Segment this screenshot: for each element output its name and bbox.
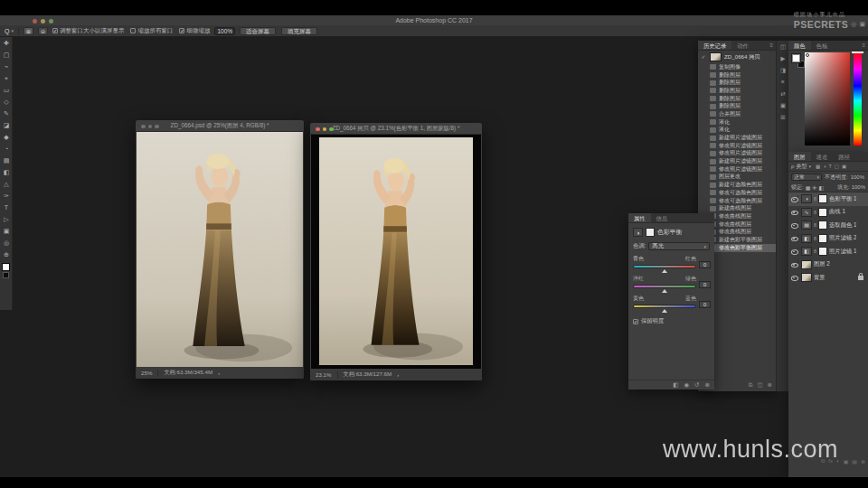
status-chevron-icon[interactable]: › [397, 371, 399, 378]
slider-thumb[interactable] [662, 309, 667, 313]
dock-panel-icon[interactable]: ⊞ [777, 111, 789, 123]
zoom-out-button[interactable]: ⊖ [38, 27, 48, 35]
slider-thumb[interactable] [662, 289, 667, 293]
tool-icon[interactable]: ⌖ [0, 72, 13, 84]
panel-tab[interactable]: 路径 [833, 152, 855, 161]
history-state-row[interactable]: 液化 [698, 118, 776, 127]
history-state-row[interactable]: 修改可选颜色图层 [698, 189, 776, 197]
options-bar-button[interactable]: 适合屏幕 [240, 27, 276, 35]
tool-icon[interactable]: ◔ [0, 143, 13, 155]
tool-icon[interactable]: ◪ [0, 119, 13, 131]
history-state-row[interactable]: 删除图层 [698, 102, 776, 110]
layer-row[interactable]: 背景 [788, 271, 868, 285]
history-brush-source-icon[interactable]: ✓ [700, 54, 707, 60]
document-window-controls[interactable] [141, 125, 159, 129]
history-state-row[interactable]: 液化 [698, 127, 776, 135]
foreground-color-swatch[interactable] [2, 263, 10, 271]
layer-row[interactable]: ▤8选取颜色 1 [788, 219, 868, 232]
zoom-level[interactable]: 25% [141, 370, 152, 376]
slider-track[interactable] [633, 265, 696, 268]
option-checkbox[interactable]: 缩放所有窗口 [130, 27, 173, 35]
blend-mode-select[interactable]: 正常 ▾ [791, 174, 822, 181]
layer-mask-thumbnail[interactable] [818, 234, 827, 243]
background-color-swatch[interactable] [3, 272, 9, 278]
document-window-controls[interactable] [316, 127, 334, 132]
layer-mask-thumbnail[interactable] [818, 208, 827, 217]
preserve-luminosity-row[interactable]: ✓ 保留明度 [628, 314, 714, 329]
slider-track[interactable] [633, 285, 696, 288]
layer-row[interactable]: ◧8照片滤镜 2 [788, 232, 868, 246]
filter-type-icon[interactable]: ▢ [835, 164, 839, 169]
layer-mask-thumbnail[interactable] [818, 247, 827, 256]
history-state-row[interactable]: 修改可选颜色图层 [698, 197, 776, 205]
panel-tab[interactable]: 图层 [788, 152, 811, 161]
slider-value-input[interactable]: 0 [699, 301, 711, 308]
filter-kind-label[interactable]: 类型 [796, 163, 807, 171]
layer-row[interactable]: ◑8色彩平衡 1 [788, 192, 868, 206]
history-state-row[interactable]: 删除图层 [698, 79, 776, 87]
filter-type-icon[interactable]: T [828, 164, 831, 169]
history-state-row[interactable]: 修改照片滤镜图层 [698, 165, 776, 174]
panel-menu-icon[interactable]: ≡ [862, 41, 868, 50]
tool-icon[interactable]: ✎ [0, 108, 13, 119]
panel-footer-icon[interactable]: ⧉ [749, 381, 753, 389]
slider-track[interactable] [633, 305, 696, 308]
dock-panel-icon[interactable]: ▶ [777, 52, 789, 64]
panel-footer-icon[interactable]: ⊗ [861, 458, 865, 465]
lock-option-icon[interactable]: ✛ [812, 184, 816, 191]
panel-footer-icon[interactable]: ▣ [844, 458, 849, 465]
tool-icon[interactable]: ◎ [0, 237, 13, 249]
panel-footer-icon[interactable]: ◉ [684, 381, 689, 389]
history-state-row[interactable]: 删除图层 [698, 71, 776, 80]
filter-type-icon[interactable]: ▦ [816, 164, 820, 169]
tool-icon[interactable]: ◇ [0, 96, 13, 108]
dock-panel-icon[interactable]: ⇄ [777, 88, 789, 99]
panel-footer-icon[interactable]: ⊗ [705, 381, 710, 389]
lock-option-icon[interactable]: ▦ [806, 184, 811, 191]
slider-value-input[interactable]: 0 [699, 261, 711, 268]
panel-tab[interactable]: 色板 [811, 41, 834, 50]
history-state-row[interactable]: 修改照片滤镜图层 [698, 142, 776, 150]
visibility-eye-icon[interactable] [790, 221, 798, 230]
tool-icon[interactable]: ▣ [0, 225, 13, 237]
panel-footer-icon[interactable]: ◫ [757, 381, 762, 389]
foreground-color-chip[interactable] [792, 54, 800, 62]
layer-mask-thumbnail[interactable] [818, 194, 827, 203]
history-state-row[interactable]: 复制图像 [698, 63, 776, 71]
dock-panel-icon[interactable]: ≡ [777, 76, 789, 88]
tool-icon[interactable]: ▤ [0, 155, 13, 166]
lock-option-icon[interactable]: ◧ [818, 184, 824, 191]
hue-strip[interactable] [854, 52, 862, 145]
status-chevron-icon[interactable]: › [218, 370, 220, 376]
tone-select[interactable]: 高光 ▾ [648, 242, 710, 250]
opacity-value[interactable]: 100% [851, 174, 864, 180]
visibility-eye-icon[interactable] [790, 260, 798, 268]
tool-icon[interactable]: ▭ [0, 84, 13, 96]
panel-footer-icon[interactable]: ▤ [852, 458, 857, 465]
panel-tab[interactable]: 颜色 [788, 41, 811, 50]
filter-search-icon[interactable]: ρ [791, 164, 794, 169]
panel-footer-icon[interactable]: ↺ [694, 381, 699, 389]
tool-icon[interactable]: △ [0, 178, 13, 190]
saturation-brightness-field[interactable] [805, 52, 850, 145]
panel-tab[interactable]: 属性 [628, 213, 651, 222]
history-state-row[interactable]: 删除图层 [698, 95, 776, 103]
visibility-eye-icon[interactable] [790, 195, 798, 203]
history-state-row[interactable]: 图层更改 [698, 174, 776, 182]
history-state-row[interactable]: 修改照片滤镜图层 [698, 150, 776, 158]
tool-icon[interactable]: ✚ [0, 37, 13, 49]
layer-thumbnail[interactable] [801, 273, 812, 282]
panel-footer-icon[interactable]: ⊗ [768, 381, 772, 389]
dock-panel-icon[interactable]: ◫ [777, 41, 789, 52]
filter-type-icon[interactable]: ◑ [823, 164, 826, 169]
slider-value-input[interactable]: 0 [699, 281, 711, 288]
canvas-copy[interactable] [311, 135, 481, 369]
option-checkbox[interactable]: 细微缩放 [179, 27, 210, 35]
layer-thumbnail[interactable] [801, 260, 812, 269]
canvas-original[interactable] [137, 132, 303, 367]
visibility-eye-icon[interactable] [790, 208, 798, 216]
tool-icon[interactable]: ⌁ [0, 61, 13, 72]
panel-footer-icon[interactable]: ◧ [673, 381, 678, 389]
visibility-eye-icon[interactable] [790, 234, 798, 242]
document-title-bar[interactable]: ZD_0664.psd @ 25%(图层 4, RGB/8) * [136, 120, 304, 132]
